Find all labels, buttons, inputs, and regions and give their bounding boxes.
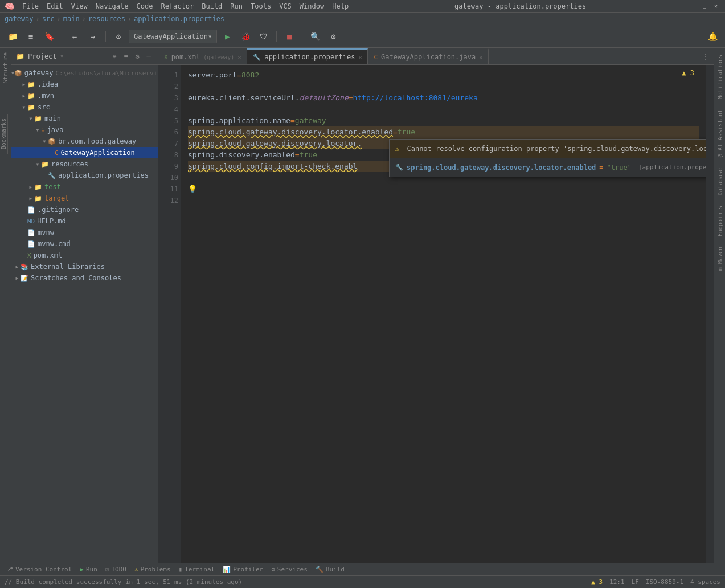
code-editor[interactable]: server.port=8082 eureka.client.serviceUr…	[181, 65, 706, 563]
tooltip-item-file: [application.properties]	[638, 162, 706, 173]
bulb-icon[interactable]: 💡	[188, 183, 197, 195]
bc-gateway[interactable]: gateway	[5, 15, 34, 23]
search-everywhere-button[interactable]: 🔍	[307, 28, 323, 44]
toolbar-separator-3	[276, 31, 277, 42]
tab-gateway[interactable]: C GatewayApplication.java ✕	[368, 48, 489, 64]
project-chevron-icon[interactable]: ▾	[60, 53, 64, 59]
structure-label[interactable]: Structure	[1, 50, 10, 85]
bottom-terminal[interactable]: ▮ Terminal	[175, 565, 219, 574]
bookmark-button[interactable]: 🔖	[41, 28, 57, 44]
warning-count[interactable]: ▲ 3	[682, 67, 694, 79]
run-button[interactable]: ▶	[219, 28, 235, 44]
bookmarks-strip: Bookmarks	[0, 114, 8, 154]
tree-item-mvnw[interactable]: 📄 mvnw	[11, 227, 158, 238]
bottom-profiler[interactable]: 📊 Profiler	[219, 565, 267, 574]
tree-item-appprops[interactable]: 🔧 application.properties	[11, 170, 158, 181]
bottom-todo[interactable]: ☑ TODO	[102, 565, 130, 574]
tab-pom[interactable]: X pom.xml (gateway) ✕	[158, 48, 247, 64]
code-url-3[interactable]: http://localhost:8081/eureka	[353, 92, 478, 104]
sidebar-notifications[interactable]: Notifications	[715, 50, 725, 104]
back-button[interactable]: ←	[67, 28, 83, 44]
editor-scrollbar[interactable]	[706, 65, 714, 563]
menu-build[interactable]: Build	[198, 1, 226, 11]
maximize-button[interactable]: □	[700, 2, 709, 11]
tree-item-gitignore[interactable]: 📄 .gitignore	[11, 204, 158, 215]
tree-item-mvnwcmd[interactable]: 📄 mvnw.cmd	[11, 238, 158, 250]
bc-resources[interactable]: resources	[88, 15, 125, 23]
tree-item-java[interactable]: ▼ ☕ java	[11, 124, 158, 136]
stop-button[interactable]: ■	[281, 28, 297, 44]
debug-button[interactable]: 🐞	[237, 28, 253, 44]
tree-item-main[interactable]: ▼ 📁 main	[11, 113, 158, 124]
notifications-button[interactable]: 🔔	[704, 28, 720, 44]
tree-item-package[interactable]: ▼ 📦 br.com.food.gateway	[11, 136, 158, 147]
bookmarks-label[interactable]: Bookmarks	[1, 114, 7, 154]
menu-window[interactable]: Window	[296, 1, 327, 11]
tab-close-pom[interactable]: ✕	[237, 54, 241, 60]
sidebar-endpoints[interactable]: Endpoints	[715, 201, 725, 241]
tab-more-button[interactable]: ⋮	[698, 48, 714, 64]
menu-navigate[interactable]: Navigate	[92, 1, 132, 11]
settings-button[interactable]: ⚙	[325, 28, 341, 44]
status-position[interactable]: 12:1	[609, 578, 625, 586]
project-scroll-from-source[interactable]: ⊕	[110, 52, 119, 61]
project-view-button[interactable]: 📁	[5, 28, 21, 44]
tab-close-gateway[interactable]: ✕	[479, 54, 482, 60]
sidebar-maven[interactable]: m Maven	[715, 242, 725, 275]
minimize-button[interactable]: ─	[689, 2, 698, 11]
bottom-version-control[interactable]: ⎇ Version Control	[2, 565, 75, 574]
tree-item-gateway[interactable]: ▼ 📦 gateway C:\estudos\alura\Microservic	[11, 67, 158, 79]
menu-vcs[interactable]: VCS	[276, 1, 295, 11]
menu-run[interactable]: Run	[227, 1, 246, 11]
status-warnings[interactable]: ▲ 3	[591, 578, 603, 586]
close-button[interactable]: ✕	[711, 2, 720, 11]
status-charset[interactable]: ISO-8859-1	[646, 578, 683, 586]
project-settings-button[interactable]: ⚙	[133, 52, 142, 61]
menu-view[interactable]: View	[68, 1, 91, 11]
tree-item-extlibs[interactable]: ▶ 📚 External Libraries	[11, 261, 158, 272]
sidebar-ai-assistant[interactable]: @ AI Assistant	[715, 105, 725, 162]
tree-item-idea[interactable]: ▶ 📁 .idea	[11, 79, 158, 90]
bottom-problems[interactable]: ⚠ Problems	[131, 565, 174, 574]
tab-label-gateway: GatewayApplication.java	[381, 53, 476, 61]
coverage-button[interactable]: 🛡	[256, 28, 272, 44]
line-num-7: 7	[161, 138, 178, 149]
project-minimize-button[interactable]: ─	[144, 52, 153, 61]
tree-item-help[interactable]: MD HELP.md	[11, 215, 158, 227]
status-indent[interactable]: 4 spaces	[690, 578, 720, 586]
menu-refactor[interactable]: Refactor	[157, 1, 197, 11]
sidebar-database[interactable]: Database	[715, 164, 725, 200]
bc-main[interactable]: main	[63, 15, 80, 23]
menu-edit[interactable]: Edit	[43, 1, 67, 11]
tree-item-src[interactable]: ▼ 📁 src	[11, 101, 158, 113]
run-configuration-combo[interactable]: GatewayApplication ▾	[129, 30, 217, 43]
bc-file[interactable]: application.properties	[134, 15, 224, 23]
tree-arrow-java: ▼	[34, 126, 41, 133]
menu-code[interactable]: Code	[133, 1, 157, 11]
tree-item-pom[interactable]: X pom.xml	[11, 250, 158, 261]
bottom-run[interactable]: ▶ Run	[76, 565, 101, 574]
tree-item-resources[interactable]: ▼ 📁 resources	[11, 158, 158, 170]
menu-tools[interactable]: Tools	[247, 1, 275, 11]
code-line-6: spring.cloud.gateway.discovery.locator.e…	[188, 126, 699, 138]
bottom-services[interactable]: ⚙ Services	[268, 565, 311, 574]
tree-item-target[interactable]: ▶ 📁 target	[11, 193, 158, 204]
tree-item-mvn[interactable]: ▶ 📁 .mvn	[11, 90, 158, 101]
structure-button[interactable]: ≡	[23, 28, 39, 44]
menu-help[interactable]: Help	[329, 1, 352, 11]
tree-item-scratches[interactable]: ▶ 📝 Scratches and Consoles	[11, 272, 158, 284]
bc-src[interactable]: src	[42, 15, 55, 23]
bottom-build[interactable]: 🔨 Build	[312, 565, 348, 574]
status-encoding[interactable]: LF	[632, 578, 639, 586]
folder-icon-java: ☕	[41, 126, 45, 134]
project-collapse-button[interactable]: ≡	[121, 52, 130, 61]
tooltip-suggestion-item[interactable]: 🔧 spring.cloud.gateway.discovery.locator…	[390, 158, 706, 177]
tree-item-test[interactable]: ▶ 📁 test	[11, 181, 158, 193]
tree-arrow-mvn: ▶	[21, 92, 27, 99]
tree-item-gatewayapp[interactable]: C GatewayApplication	[11, 147, 158, 158]
menu-file[interactable]: File	[19, 1, 42, 11]
tab-close-appprops[interactable]: ✕	[358, 54, 362, 60]
tab-appprops[interactable]: 🔧 application.properties ✕	[247, 48, 368, 64]
run-config-dropdown[interactable]: ⚙	[110, 28, 126, 44]
forward-button[interactable]: →	[85, 28, 101, 44]
